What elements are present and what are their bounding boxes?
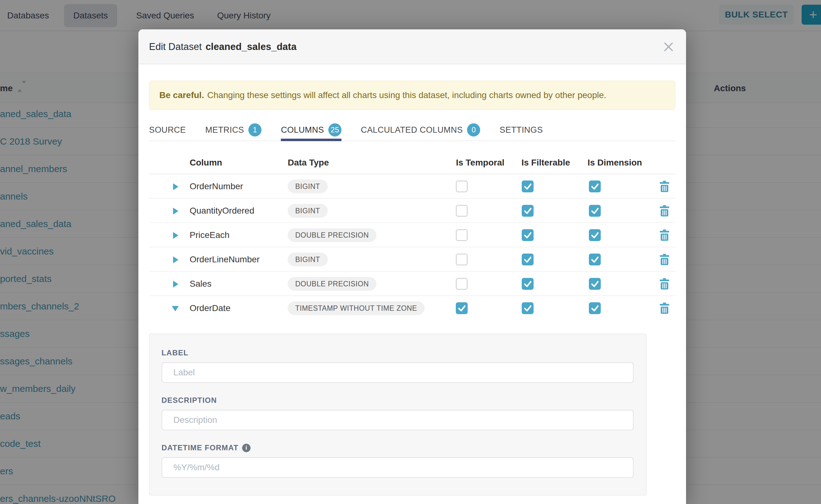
tab-label: COLUMNS <box>281 125 324 135</box>
column-name: Sales <box>190 272 211 296</box>
modal-title: Edit Datasetcleaned_sales_data <box>149 29 296 64</box>
datetime-format-input[interactable] <box>161 457 634 478</box>
column-name: QuantityOrdered <box>190 199 254 223</box>
delete-column-icon[interactable] <box>660 278 670 289</box>
tab-settings[interactable]: SETTINGS <box>500 119 543 141</box>
tab-calculated-columns[interactable]: CALCULATED COLUMNS0 <box>361 119 480 141</box>
column-header-column: Column <box>190 151 222 174</box>
is-filterable-checkbox[interactable] <box>522 180 534 192</box>
column-row-quantityordered: QuantityOrderedBIGINT <box>149 199 675 223</box>
column-header-data-type: Data Type <box>288 151 329 174</box>
column-row-sales: SalesDOUBLE PRECISION <box>149 272 675 296</box>
warning-banner: Be careful. Changing these settings will… <box>149 81 675 110</box>
is-temporal-checkbox[interactable] <box>456 254 468 265</box>
expand-caret-icon[interactable] <box>173 183 178 190</box>
column-name: PriceEach <box>190 223 230 247</box>
tab-label: METRICS <box>205 125 244 135</box>
description-field-label-text: DESCRIPTION <box>161 396 217 405</box>
delete-column-icon[interactable] <box>660 181 670 192</box>
data-type-badge: BIGINT <box>288 253 328 266</box>
label-field-label-text: LABEL <box>161 348 188 357</box>
warning-banner-text: Changing these settings will affect all … <box>207 90 606 100</box>
collapse-caret-icon[interactable] <box>172 306 179 311</box>
modal-tabs: SOURCEMETRICS1COLUMNS25CALCULATED COLUMN… <box>149 119 675 141</box>
column-name: OrderDate <box>190 296 230 320</box>
delete-column-icon[interactable] <box>660 205 670 216</box>
tab-label: SETTINGS <box>500 125 543 135</box>
close-icon[interactable] <box>663 41 674 52</box>
warning-banner-bold: Be careful. <box>159 90 204 100</box>
is-temporal-checkbox[interactable] <box>456 278 468 290</box>
description-field-label: DESCRIPTION <box>161 396 634 405</box>
is-temporal-checkbox[interactable] <box>456 180 468 192</box>
tab-count-badge: 25 <box>328 123 341 136</box>
is-filterable-checkbox[interactable] <box>522 205 534 217</box>
description-input[interactable] <box>161 410 634 430</box>
is-temporal-checkbox[interactable] <box>456 302 468 314</box>
modal-title-dataset-name: cleaned_sales_data <box>205 41 296 52</box>
delete-column-icon[interactable] <box>660 303 670 314</box>
is-dimension-checkbox[interactable] <box>589 302 601 314</box>
is-filterable-checkbox[interactable] <box>522 229 534 241</box>
tab-count-badge: 1 <box>248 123 261 136</box>
column-header-is-temporal: Is Temporal <box>456 151 504 174</box>
data-type-badge: DOUBLE PRECISION <box>288 228 376 242</box>
columns-table-header: ColumnData TypeIs TemporalIs FilterableI… <box>149 151 675 174</box>
label-input[interactable] <box>161 362 634 383</box>
is-dimension-checkbox[interactable] <box>589 254 601 265</box>
tab-label: SOURCE <box>149 125 186 135</box>
modal-header: Edit Datasetcleaned_sales_data <box>138 29 686 64</box>
expand-caret-icon[interactable] <box>173 232 178 239</box>
tab-columns[interactable]: COLUMNS25 <box>281 119 341 141</box>
data-type-badge: TIMESTAMP WITHOUT TIME ZONE <box>288 301 425 315</box>
column-name: OrderLineNumber <box>190 247 260 272</box>
label-field-label: LABEL <box>161 348 634 357</box>
column-row-orderlinenumber: OrderLineNumberBIGINT <box>149 247 675 272</box>
column-detail-panel: LABEL DESCRIPTION DATETIME FORMAT i <box>149 334 647 496</box>
column-header-is-dimension: Is Dimension <box>588 151 642 174</box>
is-temporal-checkbox[interactable] <box>456 229 468 241</box>
is-filterable-checkbox[interactable] <box>522 254 534 265</box>
datasets-page: { "nav": { "items": [ { "label": "Databa… <box>0 0 821 504</box>
expand-caret-icon[interactable] <box>173 208 178 215</box>
tab-count-badge: 0 <box>467 123 480 136</box>
data-type-badge: DOUBLE PRECISION <box>288 277 376 291</box>
column-header-is-filterable: Is Filterable <box>522 151 570 174</box>
is-dimension-checkbox[interactable] <box>589 278 601 290</box>
expand-caret-icon[interactable] <box>173 281 178 288</box>
datetime-format-label-text: DATETIME FORMAT <box>161 443 238 452</box>
delete-column-icon[interactable] <box>660 230 670 241</box>
column-row-priceeach: PriceEachDOUBLE PRECISION <box>149 223 675 247</box>
datetime-format-field-label: DATETIME FORMAT i <box>161 443 634 452</box>
column-row-ordernumber: OrderNumberBIGINT <box>149 174 675 199</box>
is-temporal-checkbox[interactable] <box>456 205 468 217</box>
tab-metrics[interactable]: METRICS1 <box>205 119 261 141</box>
is-filterable-checkbox[interactable] <box>522 278 534 290</box>
tab-source[interactable]: SOURCE <box>149 119 186 141</box>
expand-caret-icon[interactable] <box>173 256 178 263</box>
info-icon[interactable]: i <box>242 444 250 452</box>
is-dimension-checkbox[interactable] <box>589 229 601 241</box>
is-dimension-checkbox[interactable] <box>589 205 601 217</box>
tab-label: CALCULATED COLUMNS <box>361 125 463 135</box>
is-filterable-checkbox[interactable] <box>522 302 534 314</box>
edit-dataset-modal: Edit Datasetcleaned_sales_data Be carefu… <box>138 29 686 504</box>
modal-title-prefix: Edit Dataset <box>149 41 202 52</box>
is-dimension-checkbox[interactable] <box>589 180 601 192</box>
delete-column-icon[interactable] <box>660 254 670 265</box>
column-name: OrderNumber <box>190 174 243 199</box>
column-row-orderdate: OrderDateTIMESTAMP WITHOUT TIME ZONE <box>149 296 675 320</box>
data-type-badge: BIGINT <box>288 204 328 218</box>
data-type-badge: BIGINT <box>288 180 328 193</box>
